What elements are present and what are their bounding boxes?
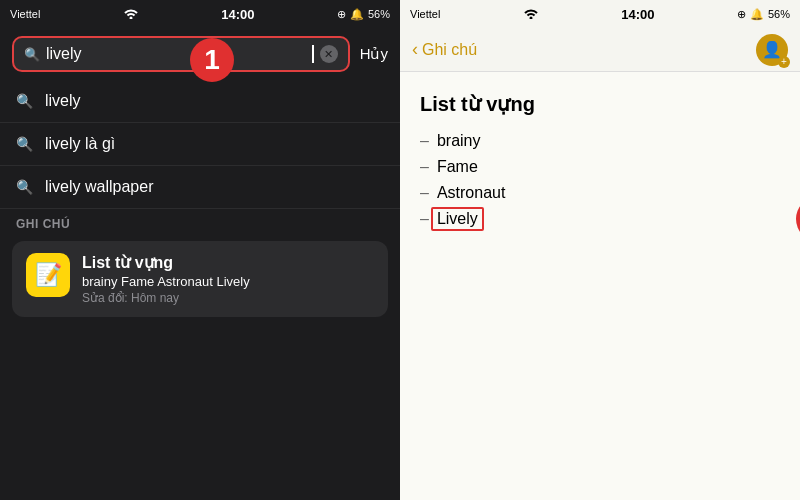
status-bar-left: Viettel 14:00 ⊕ 🔔 56% [0,0,400,28]
dash-3: – [420,210,429,228]
icons-left: ⊕ 🔔 56% [337,8,390,21]
note-body-title: List từ vựng [420,92,780,116]
note-result[interactable]: 📝 List từ vựng brainy Fame Astronaut Liv… [12,241,388,317]
battery-right: 56% [768,8,790,20]
add-contact-button[interactable]: 👤 + [756,34,788,66]
wifi-left [123,7,139,22]
suggestion-text-1[interactable]: lively là gì [45,135,115,153]
suggestion-text-0[interactable]: lively [45,92,81,110]
back-chevron-icon: ‹ [412,39,418,60]
note-result-preview: brainy Fame Astronaut Lively [82,274,250,289]
gps-icon-right: ⊕ [737,8,746,21]
cancel-button[interactable]: Hủy [360,45,388,63]
search-input-text[interactable]: lively [46,45,305,63]
search-icon-left: 🔍 [24,47,40,62]
suggestion-item-1[interactable]: 🔍 lively là gì [0,123,400,166]
nav-bar: ‹ Ghi chú 👤 + [400,28,800,72]
note-list-item-2: – Astronaut [420,184,780,202]
note-item-text-2: Astronaut [437,184,505,202]
alarm-icon-left: 🔔 [350,8,364,21]
note-result-title: List từ vựng [82,253,250,272]
dash-0: – [420,132,429,150]
clear-search-button[interactable]: ✕ [320,45,338,63]
status-bar-right: Viettel 14:00 ⊕ 🔔 56% [400,0,800,28]
back-button[interactable]: ‹ Ghi chú [412,39,477,60]
suggestion-search-icon-2: 🔍 [16,179,33,195]
dash-1: – [420,158,429,176]
suggestion-item-0[interactable]: 🔍 lively [0,80,400,123]
suggestion-search-icon-0: 🔍 [16,93,33,109]
section-header-ghi-chu: GHI CHÚ [0,209,400,235]
note-result-date: Sửa đổi: Hôm nay [82,291,250,305]
icons-right: ⊕ 🔔 56% [737,8,790,21]
step-number-2: 2 [796,197,800,241]
step-number-1: 1 [190,38,234,82]
wifi-right [523,7,539,22]
note-item-text-1: Fame [437,158,478,176]
left-panel: Viettel 14:00 ⊕ 🔔 56% 🔍 lively ✕ Hủy 1 🔍… [0,0,400,500]
dash-2: – [420,184,429,202]
time-right: 14:00 [621,7,654,22]
gps-icon-left: ⊕ [337,8,346,21]
note-item-text-3: Lively [437,210,478,228]
text-cursor [312,45,314,63]
note-app-icon: 📝 [26,253,70,297]
note-item-text-0: brainy [437,132,481,150]
note-content: List từ vựng brainy Fame Astronaut Livel… [82,253,250,305]
battery-left: 56% [368,8,390,20]
note-body: List từ vựng – brainy – Fame – Astronaut… [400,72,800,500]
carrier-left: Viettel [10,8,40,20]
suggestion-text-2[interactable]: lively wallpaper [45,178,154,196]
note-list-item-3: – Lively 2 [420,210,780,228]
suggestion-item-2[interactable]: 🔍 lively wallpaper [0,166,400,209]
suggestions-list: 🔍 lively 🔍 lively là gì 🔍 lively wallpap… [0,80,400,500]
alarm-icon-right: 🔔 [750,8,764,21]
note-list-item-0: – brainy [420,132,780,150]
lively-highlight-box [431,207,484,231]
note-list-item-1: – Fame [420,158,780,176]
suggestion-search-icon-1: 🔍 [16,136,33,152]
right-panel: Viettel 14:00 ⊕ 🔔 56% ‹ Ghi chú 👤 + List… [400,0,800,500]
back-label[interactable]: Ghi chú [422,41,477,59]
time-left: 14:00 [221,7,254,22]
person-icon: 👤 [762,40,782,59]
plus-badge: + [778,56,790,68]
search-input-wrapper[interactable]: 🔍 lively ✕ [12,36,350,72]
carrier-right: Viettel [410,8,440,20]
